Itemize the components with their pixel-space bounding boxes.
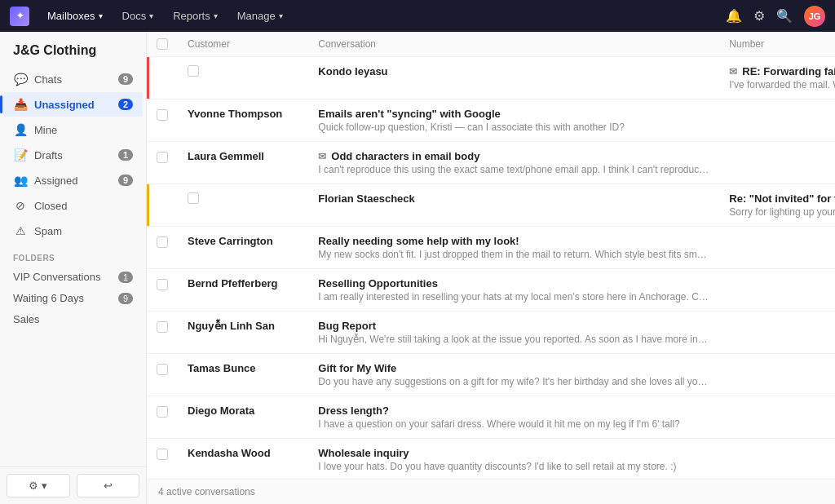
row-checkbox[interactable] bbox=[188, 65, 199, 77]
row-checkbox-cell bbox=[147, 142, 178, 184]
row-checkbox-cell bbox=[147, 312, 178, 354]
sidebar-folder-sales[interactable]: Sales bbox=[3, 309, 143, 329]
nav-docs[interactable]: Docs ▾ bbox=[114, 7, 162, 25]
select-all-checkbox[interactable] bbox=[157, 38, 168, 50]
sidebar-folder-vip[interactable]: VIP Conversations1 bbox=[3, 267, 143, 287]
row-checkbox[interactable] bbox=[157, 321, 168, 333]
sidebar-drafts-icon: 📝 bbox=[13, 148, 28, 162]
compose-icon: ↩ bbox=[104, 480, 113, 492]
sidebar-item-assigned[interactable]: 👥Assigned9 bbox=[3, 168, 143, 192]
row-conversation-cell: Dress length?I have a question on your s… bbox=[308, 396, 719, 439]
row-checkbox[interactable] bbox=[157, 406, 168, 418]
customer-name: Steve Carrington bbox=[188, 235, 298, 247]
subject-text: Really needing some help with my look! bbox=[318, 235, 519, 247]
conversation-preview: I have a question on your safari dress. … bbox=[318, 418, 709, 430]
row-customer-cell: Yvonne Thompson bbox=[178, 99, 308, 142]
row-conversation-cell: Really needing some help with my look!My… bbox=[308, 227, 719, 269]
sidebar-item-chats[interactable]: 💬Chats9 bbox=[3, 67, 143, 91]
conversation-subject: Wholesale inquiry bbox=[318, 447, 709, 459]
row-checkbox[interactable] bbox=[188, 192, 199, 204]
row-customer-cell: Laura Gemmell bbox=[178, 142, 308, 184]
row-customer-cell: Steve Carrington bbox=[178, 227, 308, 269]
row-customer-cell: Florian Staescheck bbox=[308, 184, 719, 227]
row-checkbox[interactable] bbox=[157, 279, 168, 290]
table-row[interactable]: Florian StaescheckRe: "Not invited" for … bbox=[147, 184, 835, 227]
nav-reports[interactable]: Reports ▾ bbox=[165, 7, 226, 25]
row-checkbox[interactable] bbox=[157, 237, 168, 248]
table-row[interactable]: Nguyễn Linh SanBug ReportHi Nguyễn, We'r… bbox=[147, 312, 835, 354]
settings-icon: ⚙ bbox=[29, 480, 38, 492]
settings-chevron: ▾ bbox=[42, 480, 47, 492]
folders-section-title: FOLDERS bbox=[0, 244, 146, 266]
col-checkbox bbox=[147, 32, 178, 57]
col-number: Number bbox=[719, 32, 835, 57]
sidebar-unassigned-badge: 2 bbox=[118, 99, 133, 110]
row-checkbox-cell bbox=[147, 227, 178, 269]
row-checkbox[interactable] bbox=[157, 109, 168, 121]
number-cell: 240565 bbox=[729, 447, 835, 459]
table-row[interactable]: Bernd PfefferbergReselling Opportunities… bbox=[147, 269, 835, 312]
row-conversation-cell: Emails aren't "syncing" with GoogleQuick… bbox=[308, 99, 719, 142]
nav-manage[interactable]: Manage ▾ bbox=[229, 7, 291, 25]
customer-name: Kondo Ieyasu bbox=[318, 65, 709, 77]
row-checkbox-cell bbox=[178, 57, 308, 99]
row-checkbox[interactable] bbox=[157, 364, 168, 375]
sidebar-folder-waiting-badge: 9 bbox=[118, 293, 133, 304]
sidebar-assigned-badge: 9 bbox=[118, 175, 133, 186]
conversation-preview: Sorry for lighting up your inbox, trying… bbox=[729, 206, 835, 218]
user-avatar[interactable]: JG bbox=[804, 6, 825, 27]
customer-name: Yvonne Thompson bbox=[188, 108, 298, 120]
sidebar-item-unassigned[interactable]: 📥Unassigned2 bbox=[3, 92, 143, 117]
account-icon[interactable]: ⚙ bbox=[753, 8, 765, 24]
sidebar-mine-icon: 👤 bbox=[13, 122, 28, 137]
sidebar-chats-badge: 9 bbox=[118, 73, 133, 85]
conversation-preview: Do you have any suggestions on a gift fo… bbox=[318, 376, 709, 387]
table-row[interactable]: Diego MorataDress length?I have a questi… bbox=[147, 396, 835, 439]
sidebar-item-spam[interactable]: ⚠Spam bbox=[3, 219, 143, 243]
number-cell: 240568 bbox=[729, 320, 835, 332]
docs-label: Docs bbox=[122, 10, 147, 22]
row-checkbox-cell bbox=[147, 99, 178, 142]
compose-button[interactable]: ↩ bbox=[77, 474, 140, 497]
nav-mailboxes[interactable]: Mailboxes ▾ bbox=[39, 7, 111, 25]
row-checkbox-cell bbox=[147, 439, 178, 480]
sidebar-spam-label: Spam bbox=[34, 225, 133, 237]
row-checkbox-cell bbox=[147, 269, 178, 312]
subject-text: Emails aren't "syncing" with Google bbox=[318, 108, 500, 120]
sidebar-unassigned-icon: 📥 bbox=[13, 97, 28, 112]
col-conversation: Conversation bbox=[308, 32, 719, 57]
settings-button[interactable]: ⚙ ▾ bbox=[7, 474, 70, 497]
sidebar-bottom: ⚙ ▾ ↩ bbox=[0, 466, 146, 504]
row-checkbox[interactable] bbox=[157, 152, 168, 163]
number-cell: 240567 bbox=[729, 362, 835, 374]
table-row[interactable]: Tamas BunceGift for My WifeDo you have a… bbox=[147, 354, 835, 396]
bell-icon[interactable]: 🔔 bbox=[726, 8, 742, 24]
customer-name: Diego Morata bbox=[188, 405, 298, 417]
active-conversations-bar: 4 active conversations bbox=[147, 479, 835, 504]
table-row[interactable]: Kendasha WoodWholesale inquiryI love you… bbox=[147, 439, 835, 480]
topnav-icons: 🔔 ⚙ 🔍 JG bbox=[726, 6, 825, 27]
table-row[interactable]: Yvonne ThompsonEmails aren't "syncing" w… bbox=[147, 99, 835, 142]
top-navigation: ✦ Mailboxes ▾ Docs ▾ Reports ▾ Manage ▾ … bbox=[0, 0, 835, 32]
table-row[interactable]: Laura Gemmell✉Odd characters in email bo… bbox=[147, 142, 835, 184]
sidebar-item-drafts[interactable]: 📝Drafts1 bbox=[3, 143, 143, 167]
sidebar-brand: J&G Clothing bbox=[0, 32, 146, 66]
table-row[interactable]: Kondo Ieyasu✉RE: Forwarding failsI've fo… bbox=[147, 57, 835, 99]
reports-label: Reports bbox=[173, 10, 210, 22]
table-row[interactable]: Steve CarringtonReally needing some help… bbox=[147, 227, 835, 269]
mailboxes-chevron: ▾ bbox=[99, 11, 103, 20]
sidebar-folder-waiting[interactable]: Waiting 6 Days9 bbox=[3, 288, 143, 308]
sidebar-item-closed[interactable]: ⊘Closed bbox=[3, 193, 143, 218]
search-icon[interactable]: 🔍 bbox=[776, 8, 793, 24]
conversation-subject: ✉Odd characters in email body bbox=[318, 150, 709, 162]
manage-label: Manage bbox=[237, 10, 276, 22]
sidebar-item-mine[interactable]: 👤Mine bbox=[3, 117, 143, 142]
sidebar-folder-vip-label: VIP Conversations bbox=[13, 271, 118, 283]
row-checkbox[interactable] bbox=[157, 449, 168, 460]
conversation-tbody: Kondo Ieyasu✉RE: Forwarding failsI've fo… bbox=[147, 57, 835, 480]
row-conversation-cell: Bug ReportHi Nguyễn, We're still taking … bbox=[308, 312, 719, 354]
active-conversations-count: 4 active conversations bbox=[158, 486, 255, 497]
subject-text: Odd characters in email body bbox=[331, 150, 479, 162]
row-customer-cell: Diego Morata bbox=[178, 396, 308, 439]
row-conversation-cell: Gift for My WifeDo you have any suggesti… bbox=[308, 354, 719, 396]
